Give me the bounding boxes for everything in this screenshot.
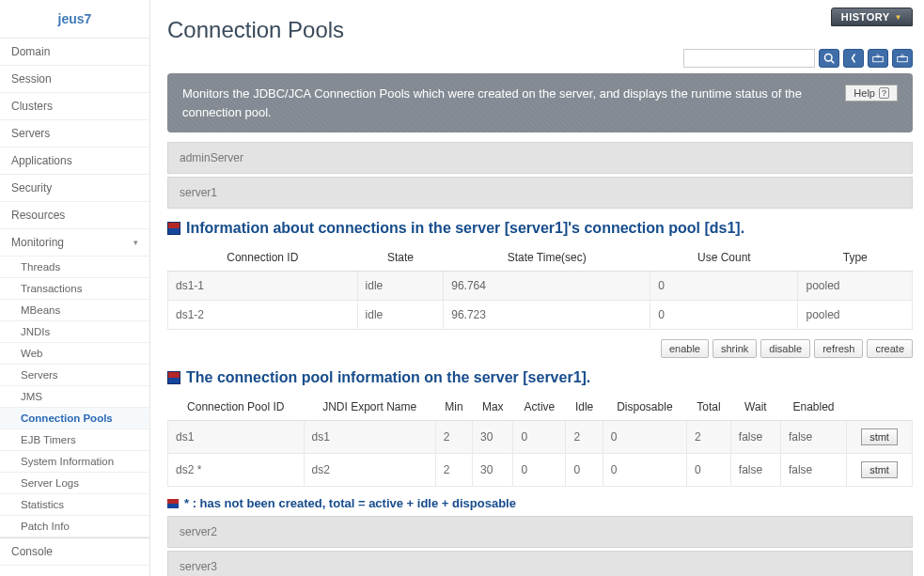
section2-header: The connection pool information on the s…: [167, 369, 913, 386]
nav-web[interactable]: Web: [0, 343, 149, 365]
nav-clusters[interactable]: Clusters: [0, 93, 149, 120]
nav-servers[interactable]: Servers: [0, 120, 149, 148]
help-button[interactable]: Help ?: [845, 85, 898, 101]
stmt-button[interactable]: stmt: [861, 461, 898, 478]
cell: false: [780, 421, 846, 454]
flag-icon: [167, 371, 180, 384]
col-jndi: JNDI Export Name: [304, 394, 435, 421]
chevron-down-icon: ▾: [133, 238, 138, 247]
disable-button[interactable]: disable: [760, 339, 810, 358]
col-type: Type: [798, 244, 913, 272]
help-label: Help: [854, 87, 875, 99]
nav-connection-pools[interactable]: Connection Pools: [0, 408, 149, 429]
section1-title: Information about connections in the ser…: [186, 220, 744, 237]
nav-console[interactable]: Console: [0, 537, 149, 566]
nav-threads[interactable]: Threads: [0, 257, 149, 278]
section2-title: The connection pool information on the s…: [186, 369, 590, 386]
cell: 96.723: [444, 301, 650, 330]
chevron-down-icon: ▼: [895, 13, 902, 22]
col-idle: Idle: [566, 394, 603, 421]
search-icon[interactable]: [819, 49, 839, 68]
cell: 2: [435, 454, 472, 487]
search-input[interactable]: [683, 49, 815, 68]
nav-mbeans[interactable]: MBeans: [0, 300, 149, 321]
cell: ds1: [304, 421, 435, 454]
col-total: Total: [687, 394, 731, 421]
col-active: Active: [513, 394, 566, 421]
col-connection-id: Connection ID: [168, 244, 358, 272]
sidebar-title[interactable]: jeus7: [0, 0, 149, 39]
cell: false: [780, 454, 846, 487]
nav-applications[interactable]: Applications: [0, 148, 149, 175]
nav-system-info[interactable]: System Information: [0, 451, 149, 473]
nav-jms[interactable]: JMS: [0, 386, 149, 408]
cell: 2: [566, 421, 603, 454]
cell: 0: [603, 454, 686, 487]
col-min: Min: [435, 394, 472, 421]
footnote-text: * : has not been created, total = active…: [184, 496, 516, 510]
table-row[interactable]: ds1-1 idle 96.764 0 pooled: [168, 272, 913, 301]
section1-header: Information about connections in the ser…: [167, 220, 913, 237]
cell: 0: [687, 454, 731, 487]
cell: pooled: [798, 272, 913, 301]
create-button[interactable]: create: [867, 339, 913, 358]
col-state: State: [357, 244, 444, 272]
cell: 30: [473, 421, 513, 454]
svg-point-0: [825, 54, 833, 62]
server-2[interactable]: server2: [167, 516, 913, 548]
svg-line-1: [831, 60, 834, 63]
table-row[interactable]: ds2 * ds2 2 30 0 0 0 0 false false stmt: [168, 454, 913, 487]
download-icon[interactable]: [892, 49, 913, 68]
cell: idle: [357, 272, 444, 301]
nav-monitoring[interactable]: Monitoring ▾: [0, 229, 149, 257]
pool-table: Connection Pool ID JNDI Export Name Min …: [167, 394, 913, 487]
footnote: * : has not been created, total = active…: [167, 496, 913, 510]
stmt-button[interactable]: stmt: [861, 428, 898, 445]
cell: ds1: [168, 421, 305, 454]
history-label: HISTORY: [841, 11, 890, 23]
flag-icon: [167, 222, 180, 235]
cell: 2: [687, 421, 731, 454]
server-3[interactable]: server3: [167, 551, 913, 576]
refresh-button[interactable]: refresh: [814, 339, 863, 358]
cell: false: [730, 454, 780, 487]
nav-jndis[interactable]: JNDIs: [0, 321, 149, 343]
cell: ds2: [304, 454, 435, 487]
nav-session[interactable]: Session: [0, 66, 149, 93]
cell: 0: [513, 454, 566, 487]
description-text: Monitors the JDBC/JCA Connection Pools w…: [182, 85, 831, 121]
enable-button[interactable]: enable: [661, 339, 709, 358]
nav-sub-servers[interactable]: Servers: [0, 365, 149, 386]
table-row[interactable]: ds1-2 idle 96.723 0 pooled: [168, 301, 913, 330]
export-xml-icon[interactable]: [868, 49, 888, 68]
help-icon: ?: [879, 87, 889, 99]
nav-resources[interactable]: Resources: [0, 202, 149, 229]
back-icon[interactable]: [843, 49, 864, 68]
cell: 0: [513, 421, 566, 454]
cell: idle: [357, 301, 444, 330]
cell: 96.764: [444, 272, 650, 301]
history-button[interactable]: HISTORY ▼: [831, 8, 913, 26]
table-row[interactable]: ds1 ds1 2 30 0 2 0 2 false false stmt: [168, 421, 913, 454]
cell: 2: [435, 421, 472, 454]
nav-transactions[interactable]: Transactions: [0, 278, 149, 300]
nav-patch-info[interactable]: Patch Info: [0, 516, 149, 537]
cell: 0: [566, 454, 603, 487]
cell: pooled: [798, 301, 913, 330]
connections-table: Connection ID State State Time(sec) Use …: [167, 244, 913, 330]
col-max: Max: [473, 394, 513, 421]
nav-domain[interactable]: Domain: [0, 39, 149, 66]
cell: 0: [650, 301, 798, 330]
description-box: Monitors the JDBC/JCA Connection Pools w…: [167, 73, 913, 132]
nav-ejb-timers[interactable]: EJB Timers: [0, 429, 149, 451]
nav-server-logs[interactable]: Server Logs: [0, 473, 149, 494]
nav-security[interactable]: Security: [0, 175, 149, 202]
flag-icon: [167, 499, 179, 508]
cell: ds2 *: [168, 454, 305, 487]
server-admin[interactable]: adminServer: [167, 142, 913, 174]
server-1[interactable]: server1: [167, 177, 913, 209]
nav-statistics[interactable]: Statistics: [0, 494, 149, 516]
cell: ds1-1: [168, 272, 358, 301]
shrink-button[interactable]: shrink: [713, 339, 757, 358]
col-disposable: Disposable: [603, 394, 686, 421]
